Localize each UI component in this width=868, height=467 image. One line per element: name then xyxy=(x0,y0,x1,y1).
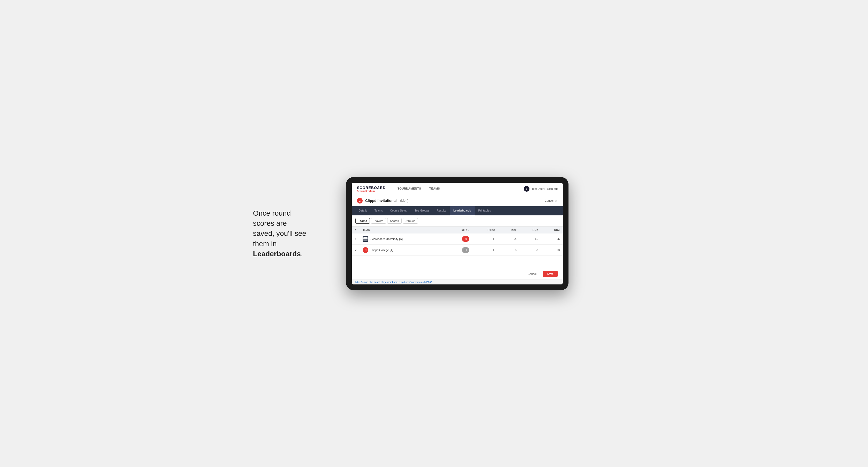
url-text: https://stage-blue-coach.stagescoreboard… xyxy=(355,281,432,283)
nav-links: TOURNAMENTS TEAMS xyxy=(393,183,524,195)
team-cell: Scoreboard University [A] xyxy=(360,234,444,245)
tab-details[interactable]: Details xyxy=(355,206,371,215)
tournament-name: Clippd Invitational xyxy=(365,198,397,203)
tournament-header: C Clippd Invitational (Men) Cancel ✕ xyxy=(352,195,563,206)
footer-bar: Cancel Save xyxy=(352,268,563,280)
team-logo xyxy=(363,236,368,242)
score-badge: +3 xyxy=(462,247,469,253)
col-rd1: RD1 xyxy=(498,226,520,234)
left-text-emphasis: Leaderboards xyxy=(253,250,301,258)
rd1-cell: +8 xyxy=(498,244,520,255)
avatar: S xyxy=(524,186,529,192)
left-text-block: Once round scores are saved, you'll see … xyxy=(253,208,331,259)
col-rd2: RD2 xyxy=(520,226,541,234)
col-total: TOTAL xyxy=(444,226,472,234)
rd1-cell: -4 xyxy=(498,234,520,245)
col-rd3: RD3 xyxy=(541,226,563,234)
table-row: 2 C Clippd College [A] +3 F xyxy=(352,244,563,255)
user-name: Test User | xyxy=(531,187,545,190)
col-rank: # xyxy=(352,226,360,234)
footer-cancel-button[interactable]: Cancel xyxy=(524,271,540,277)
col-team: TEAM xyxy=(360,226,444,234)
tab-results[interactable]: Results xyxy=(433,206,450,215)
score-badge: -5 xyxy=(462,236,469,242)
team-cell: C Clippd College [A] xyxy=(360,244,444,255)
leaderboard-content: # TEAM TOTAL THRU RD1 RD2 RD3 1 xyxy=(352,226,563,268)
save-button[interactable]: Save xyxy=(542,271,558,277)
filter-strokes-button[interactable]: Strokes xyxy=(403,218,418,224)
total-cell: +3 xyxy=(444,244,472,255)
nav-right: S Test User | Sign out xyxy=(524,186,558,192)
sub-tabs: Details Teams Course Setup Tee Groups Re… xyxy=(352,206,563,215)
page-wrapper: Once round scores are saved, you'll see … xyxy=(253,177,615,290)
left-text-line3: saved, you'll see xyxy=(253,229,306,238)
tab-leaderboards[interactable]: Leaderboards xyxy=(450,206,475,215)
filter-scores-button[interactable]: Scores xyxy=(387,218,402,224)
rank-cell: 1 xyxy=(352,234,360,245)
rank-cell: 2 xyxy=(352,244,360,255)
left-text-line4: them in xyxy=(253,240,277,248)
tournament-title-area: C Clippd Invitational (Men) xyxy=(357,198,408,204)
rd3-cell: +3 xyxy=(541,244,563,255)
table-body: 1 xyxy=(352,234,563,256)
logo-area: SCOREBOARD Powered by clippd xyxy=(357,186,385,192)
nav-tournaments[interactable]: TOURNAMENTS xyxy=(393,183,425,195)
col-thru: THRU xyxy=(472,226,498,234)
top-nav: SCOREBOARD Powered by clippd TOURNAMENTS… xyxy=(352,183,563,195)
left-text-line2: scores are xyxy=(253,219,287,227)
rd3-cell: -6 xyxy=(541,234,563,245)
team-name: Clippd College [A] xyxy=(370,249,393,252)
thru-cell: F xyxy=(472,244,498,255)
tab-course-setup[interactable]: Course Setup xyxy=(386,206,411,215)
leaderboard-table: # TEAM TOTAL THRU RD1 RD2 RD3 1 xyxy=(352,226,563,256)
tablet-device: SCOREBOARD Powered by clippd TOURNAMENTS… xyxy=(346,177,568,290)
filter-players-button[interactable]: Players xyxy=(371,218,386,224)
filter-teams-button[interactable]: Teams xyxy=(355,218,370,224)
tab-printables[interactable]: Printables xyxy=(475,206,495,215)
tab-tee-groups[interactable]: Tee Groups xyxy=(411,206,433,215)
tournament-subtitle: (Men) xyxy=(400,199,408,203)
tab-teams[interactable]: Teams xyxy=(371,206,386,215)
left-text-line1: Once round xyxy=(253,209,291,217)
total-cell: -5 xyxy=(444,234,472,245)
table-header: # TEAM TOTAL THRU RD1 RD2 RD3 xyxy=(352,226,563,234)
close-icon: ✕ xyxy=(555,198,558,203)
tournament-logo: C xyxy=(357,198,363,204)
table-row: 1 xyxy=(352,234,563,245)
nav-teams[interactable]: TEAMS xyxy=(425,183,444,195)
team-name: Scoreboard University [A] xyxy=(370,238,403,241)
tournament-cancel-button[interactable]: Cancel ✕ xyxy=(545,198,558,203)
thru-cell: F xyxy=(472,234,498,245)
rd2-cell: +5 xyxy=(520,234,541,245)
rd2-cell: -8 xyxy=(520,244,541,255)
filter-bar: Teams Players Scores Strokes xyxy=(352,215,563,226)
team-logo: C xyxy=(363,247,368,253)
sign-out-link[interactable]: Sign out xyxy=(547,187,558,190)
app-logo-title: SCOREBOARD xyxy=(357,186,385,190)
app-logo-sub: Powered by clippd xyxy=(357,190,385,192)
tablet-screen: SCOREBOARD Powered by clippd TOURNAMENTS… xyxy=(352,183,563,284)
url-bar: https://stage-blue-coach.stagescoreboard… xyxy=(352,280,563,284)
